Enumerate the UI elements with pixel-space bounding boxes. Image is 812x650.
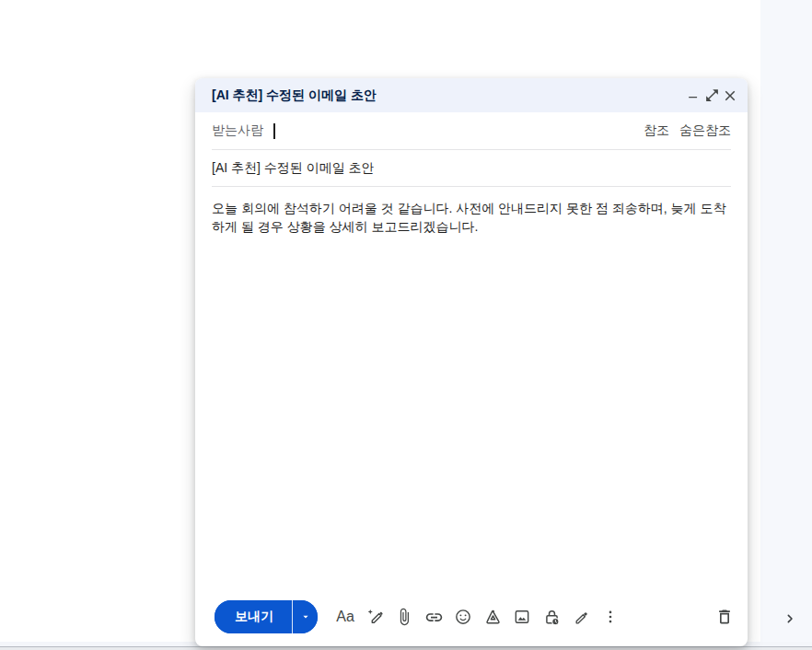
insert-photo-button[interactable]: [511, 606, 533, 628]
open-in-full-icon: [704, 87, 720, 103]
cc-button[interactable]: 참조: [644, 122, 669, 139]
more-options-button[interactable]: [599, 606, 621, 628]
close-button[interactable]: [721, 87, 739, 105]
paperclip-icon: [395, 608, 413, 626]
insert-signature-button[interactable]: [570, 606, 592, 628]
emoji-icon: [454, 608, 472, 626]
minimize-icon: [685, 87, 702, 104]
subject-field[interactable]: [AI 추천] 수정된 이메일 초안: [212, 150, 731, 187]
more-vert-icon: [602, 609, 619, 625]
caret-down-icon: [299, 610, 312, 623]
message-body-editor[interactable]: 오늘 회의에 참석하기 어려울 것 같습니다. 사전에 안내드리지 못한 점 죄…: [195, 187, 748, 587]
formatting-options-button[interactable]: Aa: [334, 606, 356, 628]
trash-icon: [715, 608, 734, 626]
to-label: 받는사람: [212, 122, 263, 139]
link-icon: [424, 608, 444, 627]
confidential-mode-button[interactable]: [540, 606, 563, 628]
close-icon: [722, 87, 738, 104]
insert-link-button[interactable]: [423, 606, 445, 628]
insert-emoji-button[interactable]: [452, 606, 474, 628]
lock-clock-icon: [542, 608, 562, 627]
toolbar-icons: Aa: [331, 606, 625, 628]
chevron-right-icon: [783, 611, 797, 626]
send-button[interactable]: 보내기: [215, 600, 292, 633]
insert-from-drive-button[interactable]: [481, 606, 504, 628]
compose-window: [AI 추천] 수정된 이메일 초안 받는사람 참: [195, 78, 748, 646]
compose-header[interactable]: [AI 추천] 수정된 이메일 초안: [195, 78, 748, 112]
drive-icon: [483, 608, 503, 627]
help-me-write-button[interactable]: [364, 606, 386, 628]
pen-sparkle-icon: [365, 608, 385, 627]
minimize-button[interactable]: [684, 87, 702, 105]
format-text-icon: Aa: [336, 609, 354, 625]
recipients-field[interactable]: 받는사람 참조 숨은참조: [212, 112, 731, 150]
compose-toolbar: 보내기 Aa: [195, 587, 748, 646]
gmail-main-area: [AI 추천] 수정된 이메일 초안 받는사람 참: [0, 0, 812, 650]
open-side-panel-button[interactable]: [777, 606, 803, 632]
attach-file-button[interactable]: [393, 606, 415, 628]
discard-draft-button[interactable]: [713, 606, 736, 628]
compose-window-title: [AI 추천] 수정된 이메일 초안: [212, 87, 684, 104]
bcc-button[interactable]: 숨은참조: [679, 122, 731, 139]
subject-text: [AI 추천] 수정된 이메일 초안: [212, 160, 375, 177]
send-options-button[interactable]: [292, 600, 318, 633]
signature-pen-icon: [572, 608, 590, 626]
side-panel-rail: [760, 0, 812, 650]
send-split-button: 보내기: [215, 600, 318, 633]
fullscreen-button[interactable]: [702, 87, 721, 105]
text-cursor: [273, 123, 275, 139]
image-icon: [513, 608, 531, 626]
